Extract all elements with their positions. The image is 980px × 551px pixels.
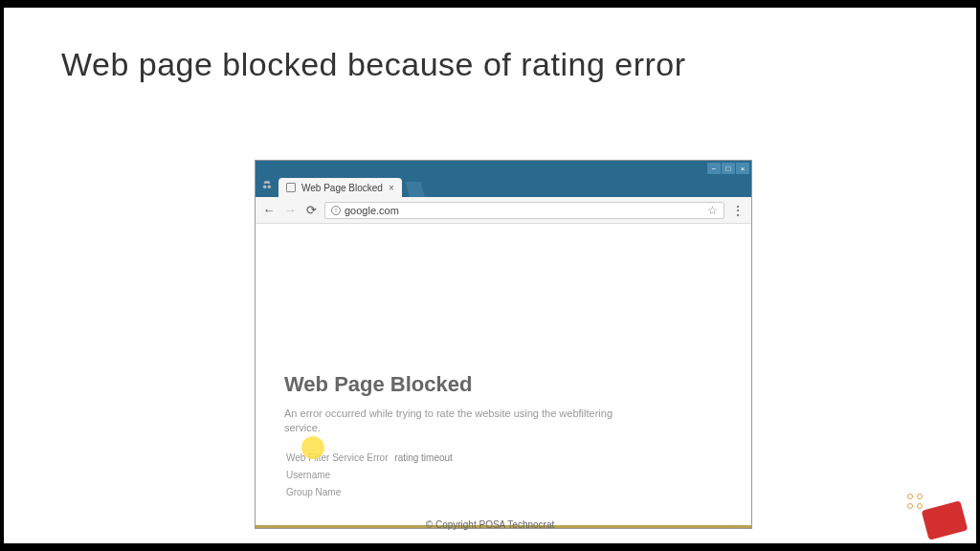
slide-title: Web page blocked because of rating error (4, 8, 976, 83)
slide-container: Web page blocked because of rating error… (4, 8, 976, 543)
minimize-button[interactable]: − (707, 163, 721, 174)
window-controls: − □ × (707, 163, 749, 174)
tab-title: Web Page Blocked (301, 183, 383, 193)
site-info-icon[interactable]: i (331, 206, 341, 215)
detail-row: Web Filter Service Error rating timeout (284, 450, 723, 467)
window-title-bar: − □ × (256, 161, 751, 176)
tab-close-icon[interactable]: × (389, 183, 394, 193)
browser-menu-icon[interactable]: ⋮ (730, 203, 746, 218)
cursor-highlight-icon (301, 436, 324, 459)
logo-dots-icon (907, 494, 923, 509)
detail-label: Username (286, 467, 330, 484)
blocked-heading: Web Page Blocked (284, 372, 723, 397)
incognito-icon (259, 178, 275, 193)
back-button[interactable]: ← (261, 203, 277, 218)
tab-bar: Web Page Blocked × (256, 176, 751, 197)
slide-footer-copyright: © Copyright POSA Technocrat (426, 519, 554, 530)
page-content: Web Page Blocked An error occurred while… (256, 224, 751, 520)
maximize-button[interactable]: □ (722, 163, 735, 174)
blocked-message: An error occurred while trying to rate t… (284, 407, 648, 436)
page-favicon-icon (286, 183, 296, 192)
browser-window: − □ × Web Page Blocked × ← → ⟳ i google.… (255, 160, 752, 529)
reload-button[interactable]: ⟳ (303, 203, 319, 218)
brand-logo (907, 488, 965, 536)
detail-row: Username (284, 467, 723, 484)
detail-row: Group Name (284, 484, 723, 501)
url-text: google.com (345, 205, 399, 216)
bookmark-star-icon[interactable]: ☆ (707, 204, 718, 217)
detail-value: rating timeout (394, 452, 453, 463)
new-tab-button[interactable] (406, 182, 425, 197)
svg-point-0 (263, 185, 267, 188)
svg-point-1 (268, 185, 272, 188)
close-button[interactable]: × (736, 163, 749, 174)
detail-label: Group Name (286, 484, 341, 501)
forward-button[interactable]: → (282, 203, 298, 218)
address-bar: ← → ⟳ i google.com ☆ ⋮ (256, 197, 751, 224)
url-input[interactable]: i google.com ☆ (324, 202, 724, 219)
browser-tab[interactable]: Web Page Blocked × (278, 178, 402, 197)
logo-diamond-icon (922, 500, 969, 540)
